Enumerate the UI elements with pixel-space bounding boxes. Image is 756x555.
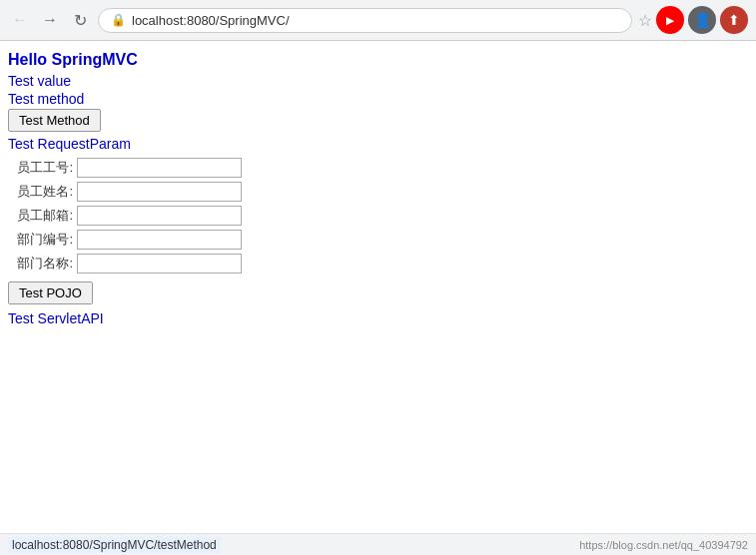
- dept-name-label: 部门名称:: [8, 255, 73, 273]
- employee-id-input[interactable]: [77, 158, 242, 178]
- star-icon: ☆: [638, 11, 652, 30]
- dept-id-input[interactable]: [77, 230, 242, 250]
- test-servlet-api-link[interactable]: Test ServletAPI: [8, 310, 748, 326]
- employee-name-row: 员工姓名:: [8, 182, 748, 202]
- url-input[interactable]: [132, 13, 619, 28]
- lock-icon: 🔒: [111, 13, 126, 27]
- browser-toolbar: ← → ↻ 🔒 ☆ ▶ 👤 ⬆: [0, 0, 756, 40]
- employee-email-row: 员工邮箱:: [8, 206, 748, 226]
- employee-id-label: 员工工号:: [8, 159, 73, 177]
- dept-name-input[interactable]: [77, 254, 242, 274]
- pojo-form: 员工工号: 员工姓名: 员工邮箱: 部门编号: 部门名称: Test POJO: [8, 158, 748, 310]
- browser-actions: ☆ ▶ 👤 ⬆: [638, 6, 748, 34]
- forward-button[interactable]: →: [38, 8, 62, 32]
- refresh-button[interactable]: ↻: [68, 8, 92, 32]
- test-method-button[interactable]: Test Method: [8, 109, 101, 132]
- youtube-button[interactable]: ▶: [656, 6, 684, 34]
- update-button[interactable]: ⬆: [720, 6, 748, 34]
- employee-name-label: 员工姓名:: [8, 183, 73, 201]
- dept-id-label: 部门编号:: [8, 231, 73, 249]
- page-title-link[interactable]: Hello SpringMVC: [8, 51, 748, 69]
- test-value-link[interactable]: Test value: [8, 73, 748, 89]
- profile-button[interactable]: 👤: [688, 6, 716, 34]
- test-request-param-link[interactable]: Test RequestParam: [8, 136, 748, 152]
- employee-name-input[interactable]: [77, 182, 242, 202]
- back-button[interactable]: ←: [8, 8, 32, 32]
- address-bar: 🔒: [98, 8, 632, 33]
- status-url: localhost:8080/SpringMVC/testMethod: [8, 537, 221, 541]
- dept-name-row: 部门名称:: [8, 254, 748, 274]
- employee-email-label: 员工邮箱:: [8, 207, 73, 225]
- status-bar: localhost:8080/SpringMVC/testMethod http…: [0, 533, 756, 540]
- test-pojo-button[interactable]: Test POJO: [8, 281, 93, 304]
- browser-chrome: ← → ↻ 🔒 ☆ ▶ 👤 ⬆: [0, 0, 756, 41]
- dept-id-row: 部门编号:: [8, 230, 748, 250]
- employee-email-input[interactable]: [77, 206, 242, 226]
- page-content: Hello SpringMVC Test value Test method T…: [0, 41, 756, 540]
- status-right-text: https://blog.csdn.net/qq_40394792: [579, 539, 748, 541]
- employee-id-row: 员工工号:: [8, 158, 748, 178]
- test-method-link[interactable]: Test method: [8, 91, 748, 107]
